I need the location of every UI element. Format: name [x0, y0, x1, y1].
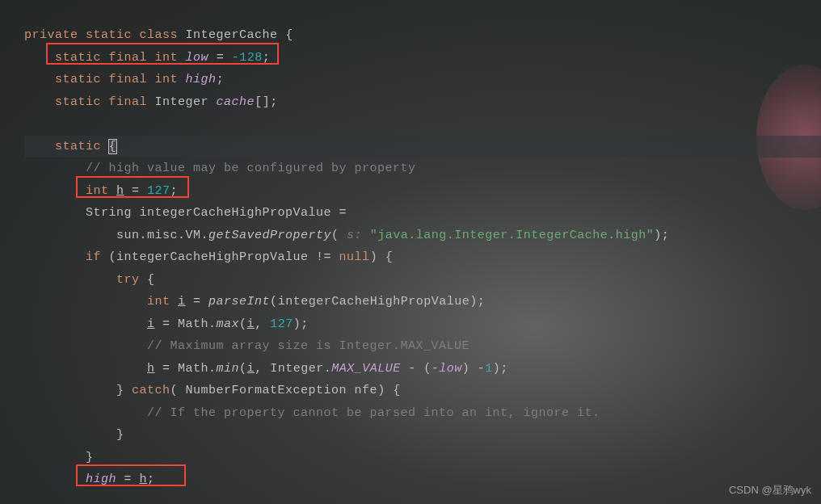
indent: [24, 140, 55, 153]
keyword: static: [55, 73, 101, 86]
code-line[interactable]: // If the property cannot be parsed into…: [24, 402, 821, 425]
comment: // high value may be configured by prope…: [86, 162, 416, 175]
keyword: int: [147, 295, 171, 309]
brace: {: [285, 28, 293, 42]
code-line[interactable]: int h = 127;: [24, 180, 821, 203]
code-editor[interactable]: private static class IntegerCache { stat…: [0, 0, 821, 491]
type: Integer: [155, 95, 209, 109]
variable: i: [247, 362, 255, 376]
code-line[interactable]: // Maximum array size is Integer.MAX_VAL…: [24, 335, 821, 358]
paren: (: [171, 384, 186, 397]
brace: {: [140, 273, 155, 287]
variable: h: [140, 472, 148, 486]
paren: (: [239, 317, 247, 331]
code-line[interactable]: }: [24, 424, 821, 447]
keyword: null: [339, 250, 370, 264]
indent: [24, 229, 116, 242]
identifier: integerCacheHighPropValue: [116, 250, 309, 264]
watermark: CSDN @星鸦wyk: [729, 483, 811, 498]
class-name: IntegerCache: [186, 28, 278, 42]
code-line[interactable]: static final int low = -128;: [24, 47, 821, 69]
keyword: catch: [132, 384, 171, 397]
qualifier: Integer.: [270, 362, 331, 376]
function: getSavedProperty: [208, 229, 331, 242]
keyword: int: [86, 184, 109, 198]
keyword: try: [116, 273, 140, 287]
indent: [24, 184, 86, 198]
eq: =: [155, 362, 179, 376]
function: max: [217, 317, 240, 331]
indent: [24, 295, 147, 309]
variable: high: [186, 73, 217, 86]
eq: =: [331, 206, 347, 220]
qualifier: sun.misc.VM.: [116, 229, 208, 242]
code-line[interactable]: private static class IntegerCache {: [24, 24, 821, 47]
code-line[interactable]: h = Math.min(i, Integer.MAX_VALUE - (-lo…: [24, 358, 821, 380]
code-line[interactable]: sun.misc.VM.getSavedProperty( s: "java.l…: [24, 225, 821, 247]
variable: i: [147, 317, 155, 331]
brace: }: [116, 428, 124, 442]
type: NumberFormatException: [186, 384, 347, 397]
indent: [24, 451, 86, 464]
indent: [24, 428, 116, 442]
keyword: int: [155, 51, 179, 65]
function: parseInt: [208, 295, 270, 309]
paren: ) {: [370, 250, 394, 264]
code-line[interactable]: // high value may be configured by prope…: [24, 158, 821, 180]
eq: =: [124, 184, 148, 198]
function: min: [217, 362, 240, 376]
op: - (-: [401, 362, 440, 376]
code-line[interactable]: if (integerCacheHighPropValue != null) {: [24, 246, 821, 269]
bracket: []: [255, 95, 270, 109]
indent: [24, 250, 86, 264]
indent: [24, 206, 86, 220]
indent: [24, 73, 55, 86]
code-line[interactable]: try {: [24, 269, 821, 292]
variable: low: [186, 51, 209, 65]
indent: [24, 384, 116, 397]
paren: ) {: [377, 384, 401, 397]
keyword: static: [55, 95, 101, 109]
semicolon: ;: [171, 184, 179, 198]
number: -128: [232, 51, 263, 65]
code-line[interactable]: static final int high;: [24, 69, 821, 91]
number: 127: [147, 184, 171, 198]
variable: cache: [217, 95, 255, 109]
code-line[interactable]: String integerCacheHighPropValue =: [24, 202, 821, 225]
indent: [24, 362, 147, 376]
keyword: final: [109, 95, 148, 109]
keyword: if: [86, 250, 101, 264]
paren: (: [101, 250, 116, 264]
qualifier: Math.: [178, 317, 217, 331]
end: );: [493, 362, 508, 376]
code-line[interactable]: high = h;: [24, 468, 821, 491]
semicolon: ;: [217, 73, 225, 86]
type: String: [86, 206, 132, 220]
paren: (: [270, 295, 278, 309]
indent: [24, 95, 55, 109]
paren: (: [239, 362, 247, 376]
keyword: class: [140, 28, 179, 42]
code-line-highlighted[interactable]: static {: [24, 136, 821, 158]
keyword: int: [155, 73, 179, 86]
code-line[interactable]: } catch( NumberFormatException nfe) {: [24, 380, 821, 402]
variable: h: [116, 184, 124, 198]
paren: );: [469, 295, 485, 309]
code-line[interactable]: static final Integer cache[];: [24, 91, 821, 114]
code-line[interactable]: i = Math.max(i, 127);: [24, 313, 821, 336]
constant: MAX_VALUE: [331, 362, 401, 376]
semicolon: ;: [147, 472, 155, 486]
code-line[interactable]: }: [24, 447, 821, 469]
keyword: static: [55, 140, 101, 153]
code-line[interactable]: [24, 113, 821, 136]
paren: ) -: [462, 362, 486, 376]
brace: }: [86, 451, 94, 464]
eq: =: [186, 295, 209, 309]
semicolon: ;: [270, 95, 278, 109]
eq: =: [208, 51, 232, 65]
brace: {: [101, 140, 116, 153]
paren: );: [293, 317, 309, 331]
keyword: static: [55, 51, 101, 65]
code-line[interactable]: int i = parseInt(integerCacheHighPropVal…: [24, 291, 821, 313]
eq: =: [116, 472, 140, 486]
